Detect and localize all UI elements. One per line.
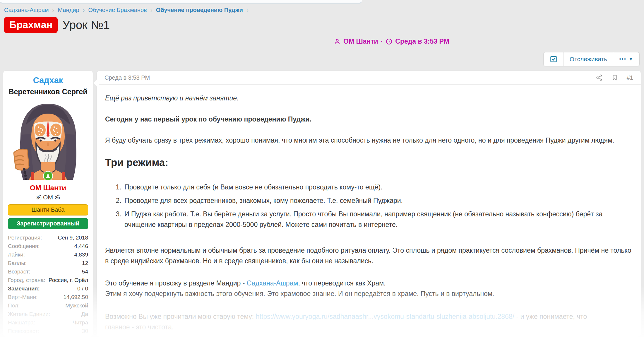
- post-paragraph-lesson-intro: Сегодня у нас первый урок по обучению пр…: [105, 114, 633, 124]
- stat-value: Мужской: [65, 301, 88, 310]
- more-options-button[interactable]: ••• ▼: [613, 52, 639, 66]
- breadcrumb-separator: ›: [83, 6, 85, 13]
- breadcrumb-separator: ›: [52, 6, 54, 13]
- stat-value: Да: [81, 310, 88, 318]
- post-body: Ещё раз приветствую и начнём занятие. Се…: [97, 85, 641, 332]
- thread-author-link[interactable]: ОМ Шанти: [343, 37, 378, 45]
- stat-value: 4,446: [74, 242, 88, 250]
- watch-thread-button[interactable]: Отслеживать: [564, 52, 613, 66]
- stat-row-psy-age: Псивозраст: 30: [8, 327, 88, 335]
- breadcrumb-link-brahman-training[interactable]: Обучение Брахманов: [88, 7, 147, 13]
- post-heading-three-modes: Три режима:: [105, 157, 633, 168]
- share-icon[interactable]: [596, 74, 603, 81]
- stat-label: Накшатра:: [8, 318, 35, 327]
- stat-value: 12: [82, 259, 88, 267]
- badge-shanti-baba: Шанти Баба: [8, 204, 88, 215]
- sadhana-ashram-link[interactable]: Садхана-Ашрам: [247, 279, 298, 287]
- old-topic-text-line2: главное - это чистота.: [105, 322, 633, 332]
- post-paragraph-greeting: Ещё раз приветствую и начнём занятие.: [105, 93, 633, 103]
- old-topic-text-pre: Возможно Вы уже прочитали мою старую тем…: [105, 313, 256, 320]
- stat-value: Читра: [73, 318, 88, 327]
- stat-label: Город, страна:: [8, 276, 45, 284]
- old-topic-url-link[interactable]: https://www.youryoga.ru/sadhanaashr...vy…: [256, 313, 514, 320]
- checkbox-icon: [549, 55, 558, 63]
- stat-label: Замечания:: [8, 284, 40, 293]
- stat-row-virt-money: Вирт-Мани: 14,692.50: [8, 293, 88, 301]
- stat-row-registration: Регистрация: Сен 9, 2018: [8, 233, 88, 242]
- author-username-link[interactable]: Садхак: [3, 76, 93, 85]
- author-real-name: Веретенников Сергей: [3, 88, 93, 96]
- modes-list-item: И Пуджа как работа. Т.е. Вы берёте деньг…: [123, 209, 633, 230]
- stat-label: Возраст:: [8, 267, 30, 276]
- stat-label: Псивозраст:: [8, 327, 39, 335]
- stat-value: 30: [82, 327, 88, 335]
- sadhu-avatar-illustration: [8, 100, 88, 180]
- stat-label: Житель Единии:: [8, 310, 50, 318]
- meta-separator: ·: [381, 37, 383, 45]
- avatar[interactable]: [8, 100, 88, 180]
- stat-row-edinia: Житель Единии: Да: [8, 310, 88, 318]
- post-number-link[interactable]: #1: [627, 74, 633, 81]
- post-timestamp-link[interactable]: Среда в 3:53 PM: [105, 74, 150, 81]
- stat-value: Россия, г. Орёл: [49, 276, 88, 284]
- bookmark-icon[interactable]: [612, 74, 618, 81]
- stat-row-warnings: Замечания: 0 / 0: [8, 284, 88, 293]
- thread-toolbar: Отслеживать ••• ▼: [543, 52, 640, 66]
- mandir-text-pre: Это обучение я провожу в разделе Мандир …: [105, 279, 247, 287]
- breadcrumb-separator: ›: [150, 6, 153, 13]
- mandir-text-line2: Этим я хочу подчеркнуть важность этого о…: [105, 288, 633, 299]
- stat-label: Регистрация:: [8, 233, 42, 242]
- stat-row-messages: Сообщения: 4,446: [8, 242, 88, 250]
- mark-read-button[interactable]: [544, 52, 564, 66]
- breadcrumb-link-sadhana-ashram[interactable]: Садхана-Ашрам: [4, 7, 49, 13]
- breadcrumb-separator: ›: [246, 6, 249, 13]
- post-paragraph-mandir: Это обучение я провожу в разделе Мандир …: [105, 278, 633, 299]
- old-topic-text-post: - и уже понимаете, что: [514, 313, 587, 320]
- thread-meta: ОМ Шанти · Среда в 3:53 PM: [334, 37, 449, 45]
- breadcrumb-link-puja-training[interactable]: Обучение проведению Пуджи: [156, 7, 243, 13]
- breadcrumb-link-mandir[interactable]: Мандир: [58, 7, 79, 13]
- stat-row-age: Возраст: 54: [8, 267, 88, 276]
- stat-label: Пол:: [8, 301, 20, 310]
- stat-row-gender: Пол: Мужской: [8, 301, 88, 310]
- stat-value: 0 / 0: [77, 284, 88, 293]
- author-status-title: ОМ Шанти: [3, 184, 93, 192]
- breadcrumb: Садхана-Ашрам › Мандир › Обучение Брахма…: [4, 6, 249, 13]
- mandir-text-post: , что переводится как Храм.: [298, 279, 386, 287]
- post-paragraph-old-topic: Возможно Вы уже прочитали мою старую тем…: [105, 311, 633, 332]
- author-stats-list: Регистрация: Сен 9, 2018 Сообщения: 4,44…: [8, 233, 88, 335]
- stat-row-points: Баллы: 12: [8, 259, 88, 267]
- stat-label: Сообщения:: [8, 242, 40, 250]
- user-icon: [334, 38, 341, 45]
- modes-list-item: Проводите только для себя (и Вам вовсе н…: [123, 182, 633, 192]
- watch-thread-label: Отслеживать: [570, 56, 607, 63]
- chevron-down-icon: ▼: [629, 57, 633, 61]
- stat-row-nakshatra: Накшатра: Читра: [8, 318, 88, 327]
- stat-row-likes: Лайки: 4,839: [8, 250, 88, 259]
- modes-list: Проводите только для себя (и Вам вовсе н…: [105, 182, 633, 230]
- stat-label: Лайки:: [8, 250, 25, 259]
- ellipsis-icon: •••: [619, 56, 626, 62]
- online-status-icon: [43, 171, 53, 181]
- page-title-row: Брахман Урок №1: [4, 17, 110, 33]
- online-user-glyph: [45, 173, 51, 179]
- stat-value: 14,692.50: [63, 293, 88, 301]
- stat-label: Баллы:: [8, 259, 27, 267]
- post-paragraph-modes: Я буду обучать сразу в трёх режимах, хор…: [105, 135, 633, 146]
- tab-bar-remnant: [0, 0, 362, 4]
- page-title: Урок №1: [62, 18, 110, 32]
- author-om-line: ॐ ОМ ॐ: [3, 194, 93, 201]
- stat-value: 4,839: [74, 250, 88, 259]
- stat-value: 54: [82, 267, 88, 276]
- author-user-card: Садхак Веретенников Сергей: [3, 71, 93, 337]
- badge-registered: Зарегистрированный: [8, 218, 88, 229]
- post-card: Среда в 3:53 PM #1 Ещё раз приветствую и…: [97, 71, 641, 337]
- stat-row-city: Город, страна: Россия, г. Орёл: [8, 276, 88, 284]
- post-paragraph-payment: Является вполне нормальным и обычным бра…: [105, 245, 633, 266]
- stat-value: Сен 9, 2018: [58, 233, 88, 242]
- stat-label: Вирт-Мани:: [8, 293, 37, 301]
- thread-time-link[interactable]: Среда в 3:53 PM: [395, 37, 449, 45]
- clock-icon: [386, 38, 393, 45]
- thread-prefix-badge[interactable]: Брахман: [4, 17, 58, 33]
- post-header: Среда в 3:53 PM #1: [97, 71, 641, 85]
